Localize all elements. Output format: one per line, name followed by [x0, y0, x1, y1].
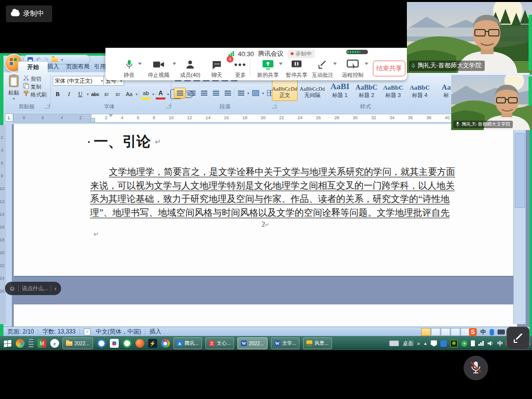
word-count[interactable]: 字数: 13,333	[42, 328, 75, 336]
mute-button[interactable]: 静音	[116, 59, 142, 79]
new-share-button[interactable]: 新的共享	[255, 59, 281, 79]
change-case-caret-icon[interactable]: ▾	[135, 92, 137, 97]
ime-language-toggle[interactable]: 中	[480, 328, 486, 336]
style-heading1[interactable]: AaBI 标题 1	[327, 79, 353, 101]
left-indent-marker[interactable]	[90, 118, 95, 123]
participant-video-2[interactable]: 陶礼天-首都师大文学院	[451, 75, 532, 130]
annotate-button[interactable]: 互动批注	[310, 59, 335, 79]
web-layout-view-button[interactable]	[441, 328, 450, 336]
font-color-button[interactable]: A	[156, 89, 166, 100]
scrollbar-thumb[interactable]	[515, 133, 525, 208]
style-heading2[interactable]: AaBbC 标题 2	[354, 79, 379, 101]
font-dialog-launcher[interactable]: ↘	[166, 103, 171, 108]
desktop-toolbar-label[interactable]: 桌面	[402, 340, 413, 347]
window-button-word-active[interactable]: W 2022...	[237, 337, 267, 349]
video-options-caret[interactable]	[172, 63, 176, 65]
language-indicator[interactable]: 中文(简体，中国)	[96, 328, 141, 336]
copy-button[interactable]: 复制	[23, 83, 47, 91]
remote-options-caret[interactable]	[365, 63, 368, 65]
sogou-ime-icon[interactable]: S	[469, 328, 477, 336]
tab-stop-selector[interactable]: L	[5, 113, 13, 122]
show-hidden-icons[interactable]: ▲	[424, 341, 428, 346]
vertical-scrollbar[interactable]	[513, 125, 526, 324]
fullscreen-view-button[interactable]	[431, 328, 440, 336]
bluetooth-icon[interactable]	[440, 340, 447, 347]
insert-mode-indicator[interactable]: 插入	[149, 328, 161, 336]
cut-button[interactable]: 剪切	[23, 75, 47, 83]
pinned-app-icon[interactable]	[97, 339, 106, 348]
internet-explorer-icon[interactable]: e	[50, 339, 59, 348]
line-spacing-button[interactable]	[235, 88, 246, 98]
align-right-button[interactable]	[199, 88, 209, 98]
superscript-button[interactable]: x2	[113, 90, 123, 99]
window-button-tencent[interactable]: ▲ 腾讯...	[173, 337, 202, 349]
align-left-button[interactable]	[174, 88, 186, 99]
bold-button[interactable]: B	[53, 90, 63, 99]
highlight-caret-icon[interactable]: ▾	[152, 92, 154, 97]
align-center-button[interactable]	[187, 88, 198, 98]
cloud-recording-badge[interactable]: 录制中	[6, 5, 52, 22]
quick-chat-bar[interactable]: ☺ 说点什么... ‹	[5, 282, 61, 295]
chrome-icon[interactable]	[161, 339, 170, 348]
ime-tray-mode[interactable]: 中	[497, 340, 502, 347]
folder-window-button[interactable]: 2022...	[63, 337, 93, 349]
start-button[interactable]	[3, 339, 12, 348]
power-icon[interactable]	[471, 340, 475, 346]
ime-keyboard-icon[interactable]	[498, 330, 505, 334]
mute-options-caret[interactable]	[138, 63, 142, 65]
annotation-fab[interactable]	[506, 327, 530, 350]
mic-muted-indicator[interactable]	[464, 356, 488, 380]
vertical-ruler[interactable]: 2468101214161820222426	[0, 125, 6, 324]
underline-button[interactable]: U	[75, 90, 85, 99]
italic-button[interactable]: I	[64, 90, 74, 99]
first-line-indent-marker[interactable]	[108, 114, 113, 117]
highlight-button[interactable]: ab	[141, 89, 151, 100]
clipboard-dialog-launcher[interactable]: ↘	[45, 103, 50, 108]
pinned-app-icon[interactable]: M	[37, 339, 46, 348]
chat-input-placeholder[interactable]: 说点什么...	[22, 285, 48, 292]
window-button-photos[interactable]: 风景...	[303, 337, 332, 349]
stop-video-button[interactable]: 停止视频	[146, 59, 171, 79]
strikethrough-button[interactable]: abc	[90, 90, 100, 99]
members-button[interactable]: 成员(40)	[177, 59, 203, 79]
pinned-app-icon[interactable]	[16, 339, 25, 348]
updater-icon[interactable]: +	[461, 340, 467, 347]
remote-control-button[interactable]: 远程控制	[340, 59, 366, 79]
share-options-caret[interactable]	[279, 63, 283, 65]
pinned-app-icon[interactable]	[123, 339, 132, 348]
document-page-next[interactable]	[14, 304, 517, 327]
paste-button[interactable]: 粘贴 ▾	[6, 74, 21, 101]
ime-voice-icon[interactable]	[490, 329, 494, 335]
shading-button[interactable]	[250, 88, 261, 98]
style-heading4[interactable]: AaBbC 标题 4	[407, 79, 432, 101]
flash-icon[interactable]: ⚡	[148, 339, 157, 348]
subscript-button[interactable]: x2	[101, 90, 111, 99]
font-name-select[interactable]: 宋体 (中文正文)▾	[53, 76, 105, 86]
style-heading3[interactable]: AaBbC 标题 3	[380, 79, 406, 101]
touch-keyboard-icon[interactable]	[389, 340, 399, 346]
participant-video-1[interactable]: 陶礼天-首都师大文学院	[407, 2, 532, 73]
end-share-button[interactable]: 结束共享	[373, 61, 405, 76]
window-button-wenxin[interactable]: 文 文心...	[205, 337, 234, 349]
underline-caret-icon[interactable]: ▾	[87, 92, 89, 97]
outline-view-button[interactable]	[451, 328, 460, 336]
nvidia-icon[interactable]	[450, 340, 458, 347]
pinned-app-icon[interactable]	[110, 339, 119, 348]
collapse-icon[interactable]: ‹	[54, 285, 56, 292]
document-page[interactable]: ▪ 一、引论 ↵ 文学地理学，简要言之，是文学诠释中关于文学与地理关系研究的学问…	[14, 124, 517, 276]
justify-button[interactable]	[210, 88, 221, 98]
style-no-spacing[interactable]: AaBbCcDd 无间隔	[299, 79, 325, 101]
action-center-flag-icon[interactable]	[431, 340, 437, 347]
window-button-word2[interactable]: W 文学...	[271, 337, 299, 349]
line-spacing-caret-icon[interactable]: ▾	[247, 91, 249, 96]
volume-icon[interactable]	[487, 340, 494, 346]
style-normal[interactable]: AaBbCcDd 正文	[272, 79, 298, 101]
network-signal-icon[interactable]	[478, 341, 484, 346]
chevron-icon[interactable]: »	[417, 340, 420, 346]
tab-insert[interactable]: 插入	[43, 61, 64, 72]
annotate-options-caret[interactable]	[333, 63, 337, 65]
shading-caret-icon[interactable]: ▾	[262, 91, 264, 96]
distribute-button[interactable]	[222, 88, 233, 98]
pause-share-button[interactable]: 暂停共享	[284, 59, 309, 79]
page-indicator[interactable]: 页面: 2/10	[7, 328, 34, 336]
